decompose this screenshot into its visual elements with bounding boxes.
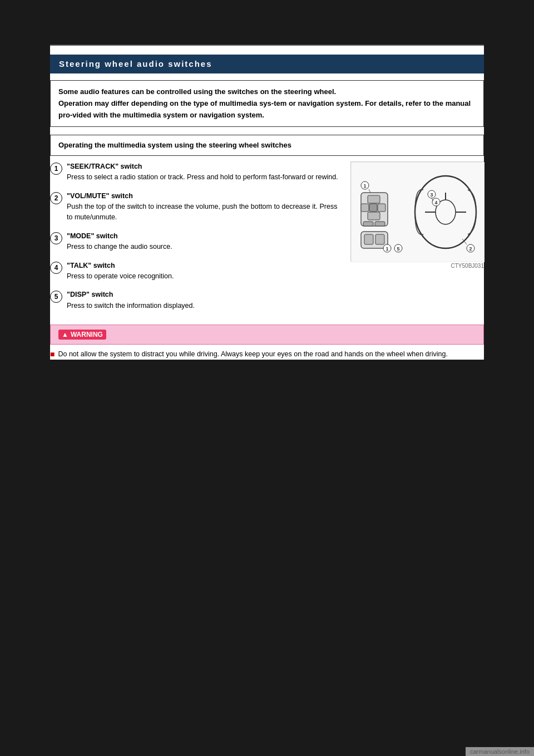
list-item: 2 "VOL/MUTE" switch Push the top of the … — [50, 191, 342, 223]
item-text-2: "VOL/MUTE" switch Push the top of the sw… — [67, 191, 342, 223]
section-title: Steering wheel audio switches — [59, 59, 212, 68]
item-number-2: 2 — [50, 192, 62, 204]
svg-rect-12 — [368, 212, 380, 220]
content-area: 1 "SEEK/TRACK" switch Press to select a … — [50, 161, 484, 319]
svg-text:1: 1 — [363, 183, 366, 189]
warning-bullet-icon: ■ — [50, 350, 55, 359]
warning-bullet: ■ Do not allow the system to distract yo… — [50, 349, 484, 360]
warning-bullet-text: Do not allow the system to distract you … — [58, 349, 447, 360]
page-container: Steering wheel audio switches Some audio… — [50, 45, 484, 360]
svg-text:5: 5 — [397, 246, 399, 252]
list-item: 5 "DISP" switch Press to switch the info… — [50, 289, 342, 311]
list-item: 1 "SEEK/TRACK" switch Press to select a … — [50, 161, 342, 183]
item-number-5: 5 — [50, 291, 62, 303]
svg-rect-11 — [378, 204, 385, 212]
svg-rect-13 — [363, 222, 373, 226]
svg-text:3: 3 — [430, 192, 433, 198]
steering-wheel-diagram: 1 2 3 4 5 1 — [350, 161, 484, 262]
section-header: Steering wheel audio switches — [50, 55, 484, 73]
items-list: 1 "SEEK/TRACK" switch Press to select a … — [50, 161, 342, 319]
svg-rect-9 — [361, 204, 369, 212]
item-text-3: "MODE" switch Press to change the audio … — [67, 231, 172, 253]
svg-rect-8 — [368, 195, 380, 203]
item-text-4: "TALK" switch Press to operate voice rec… — [67, 261, 174, 282]
top-divider — [50, 45, 484, 46]
diagram-svg: 1 2 3 4 5 1 — [351, 162, 484, 262]
sub-header-text: Operating the multimedia system using th… — [58, 141, 291, 149]
svg-text:2: 2 — [469, 246, 472, 252]
svg-rect-10 — [369, 204, 377, 212]
item-number-3: 3 — [50, 232, 62, 244]
list-item: 4 "TALK" switch Press to operate voice r… — [50, 261, 342, 282]
warning-label: WARNING — [71, 331, 103, 338]
svg-text:4: 4 — [434, 200, 437, 205]
note-text: Some audio features can be controlled us… — [58, 86, 476, 121]
watermark: carmanualsonline.info — [466, 747, 534, 756]
svg-rect-14 — [375, 222, 385, 226]
diagram-label: CTY50BJ031 — [350, 263, 484, 269]
svg-rect-17 — [375, 234, 384, 244]
bottom-section: ▲ WARNING ■ Do not allow the system to d… — [50, 325, 484, 360]
warning-icon: ▲ WARNING — [58, 330, 106, 340]
item-text-5: "DISP" switch Press to switch the inform… — [67, 289, 195, 311]
warning-box: ▲ WARNING — [50, 325, 484, 345]
note-box: Some audio features can be controlled us… — [50, 80, 484, 127]
svg-text:1: 1 — [385, 246, 388, 252]
warning-content: ■ Do not allow the system to distract yo… — [50, 349, 484, 360]
list-item: 3 "MODE" switch Press to change the audi… — [50, 231, 342, 253]
svg-rect-16 — [364, 234, 373, 244]
item-number-4: 4 — [50, 262, 62, 274]
diagram-area: 1 2 3 4 5 1 — [350, 161, 484, 319]
sub-header-box: Operating the multimedia system using th… — [50, 135, 484, 156]
item-number-1: 1 — [50, 163, 62, 175]
item-text-1: "SEEK/TRACK" switch Press to select a ra… — [67, 161, 338, 183]
